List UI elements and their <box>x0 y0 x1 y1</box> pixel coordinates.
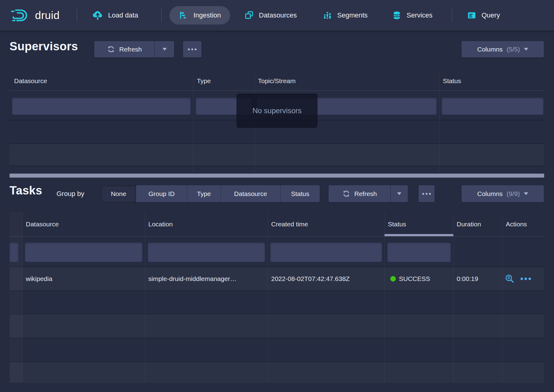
refresh-label: Refresh <box>354 190 377 198</box>
column-divider <box>502 212 502 383</box>
group-by-datasource-button[interactable]: Datasource <box>221 185 281 202</box>
columns-label: Columns <box>477 46 503 53</box>
supervisors-refresh-button[interactable]: Refresh <box>94 41 154 57</box>
row-divider <box>10 314 544 314</box>
nav-item-ingestion[interactable]: Ingestion <box>170 6 230 25</box>
nav-divider <box>452 9 452 22</box>
column-header-topic-stream[interactable]: Topic/Stream <box>258 77 296 85</box>
sort-indicator <box>384 234 453 236</box>
nav-item-datasources[interactable]: Datasources <box>244 0 297 31</box>
location-cell: simple-druid-middlemanager… <box>148 275 265 282</box>
column-divider <box>22 212 23 383</box>
supervisors-columns-button[interactable]: Columns (5/5) <box>462 41 544 57</box>
column-header-location[interactable]: Location <box>148 221 173 228</box>
scrolled-column <box>10 212 22 383</box>
group-by-group-id-button[interactable]: Group ID <box>136 185 187 202</box>
segments-icon <box>322 10 332 20</box>
columns-label: Columns <box>477 190 503 198</box>
nav-item-label: Segments <box>337 11 368 19</box>
datasource-filter-input[interactable] <box>12 98 191 115</box>
supervisors-refresh-split-button: Refresh <box>94 41 174 57</box>
column-divider <box>145 212 145 383</box>
tasks-columns-button[interactable]: Columns (9/9) <box>462 185 544 202</box>
tasks-more-button[interactable] <box>419 185 435 202</box>
supervisors-refresh-dropdown-button[interactable] <box>154 41 174 57</box>
empty-message: No supervisors <box>252 106 302 115</box>
chevron-down-icon <box>162 48 167 51</box>
supervisors-title: Supervisors <box>10 40 78 53</box>
column-divider <box>384 212 385 383</box>
column-header-datasource[interactable]: Datasource <box>14 77 47 85</box>
nav-item-load-data[interactable]: Load data <box>92 0 138 31</box>
tasks-refresh-dropdown-button[interactable] <box>390 185 408 202</box>
ingestion-icon <box>179 10 189 20</box>
chevron-down-icon <box>524 48 528 51</box>
query-icon <box>467 10 477 20</box>
table-row <box>10 314 544 338</box>
header-divider <box>10 90 544 91</box>
chevron-down-icon <box>397 192 401 195</box>
top-navbar: druid Load data Ingestion Datasources <box>0 0 554 31</box>
row-divider <box>10 166 544 166</box>
scrolled-filter-input[interactable] <box>10 242 18 262</box>
status-dot-icon <box>390 276 396 282</box>
nav-item-label: Services <box>407 11 432 19</box>
cloud-upload-icon <box>92 10 103 21</box>
column-header-datasource[interactable]: Datasource <box>26 221 59 228</box>
column-header-actions[interactable]: Actions <box>506 221 527 228</box>
search-details-icon[interactable] <box>505 274 515 284</box>
column-header-status[interactable]: Status <box>388 221 406 228</box>
column-header-type[interactable]: Type <box>197 77 211 85</box>
refresh-icon <box>107 45 115 53</box>
nav-item-label: Datasources <box>259 11 297 19</box>
row-divider <box>10 144 544 144</box>
nav-item-segments[interactable]: Segments <box>322 0 368 31</box>
more-icon <box>188 48 197 50</box>
location-filter-input[interactable] <box>148 242 265 262</box>
status-filter-input[interactable] <box>387 242 451 262</box>
brand-name: druid <box>35 9 60 21</box>
row-more-actions-icon[interactable] <box>521 278 531 280</box>
chevron-down-icon <box>524 192 528 195</box>
table-row <box>10 144 544 166</box>
row-divider <box>10 267 544 267</box>
supervisors-more-button[interactable] <box>183 41 201 57</box>
column-header-duration[interactable]: Duration <box>457 221 481 228</box>
datasource-filter-input[interactable] <box>25 242 142 262</box>
refresh-icon <box>342 190 350 198</box>
datasource-cell: wikipedia <box>26 275 52 282</box>
group-by-label: Group by <box>57 185 84 202</box>
nav-item-services[interactable]: Services <box>392 0 432 31</box>
column-divider <box>193 71 193 173</box>
nav-item-query[interactable]: Query <box>467 0 500 31</box>
row-divider <box>10 290 544 291</box>
tasks-refresh-button[interactable]: Refresh <box>329 185 390 202</box>
status-cell: SUCCESS <box>390 275 430 282</box>
datasources-icon <box>244 10 254 20</box>
row-divider <box>10 362 544 362</box>
status-filter-input[interactable] <box>442 98 544 115</box>
columns-count: (9/9) <box>507 190 520 198</box>
refresh-label: Refresh <box>119 46 142 53</box>
header-divider <box>10 236 544 236</box>
nav-divider <box>77 9 77 22</box>
table-row <box>10 362 544 383</box>
more-icon <box>422 193 431 195</box>
services-icon <box>392 10 402 20</box>
nav-divider <box>161 9 162 22</box>
horizontal-scrollbar[interactable] <box>10 174 544 178</box>
row-divider <box>10 338 544 338</box>
created-time-filter-input[interactable] <box>270 242 382 262</box>
group-by-none-button[interactable]: None <box>101 185 136 202</box>
druid-logo-icon <box>10 8 30 22</box>
empty-state-overlay: No supervisors <box>236 94 318 128</box>
nav-item-label: Ingestion <box>193 11 221 19</box>
duration-cell: 0:00:19 <box>457 275 478 282</box>
group-by-status-button[interactable]: Status <box>281 185 320 202</box>
druid-logo[interactable]: druid <box>10 0 60 31</box>
column-header-status[interactable]: Status <box>443 77 461 85</box>
columns-count: (5/5) <box>507 46 520 53</box>
tasks-refresh-split-button: Refresh <box>329 185 408 202</box>
group-by-type-button[interactable]: Type <box>187 185 221 202</box>
column-header-created-time[interactable]: Created time <box>271 221 308 228</box>
